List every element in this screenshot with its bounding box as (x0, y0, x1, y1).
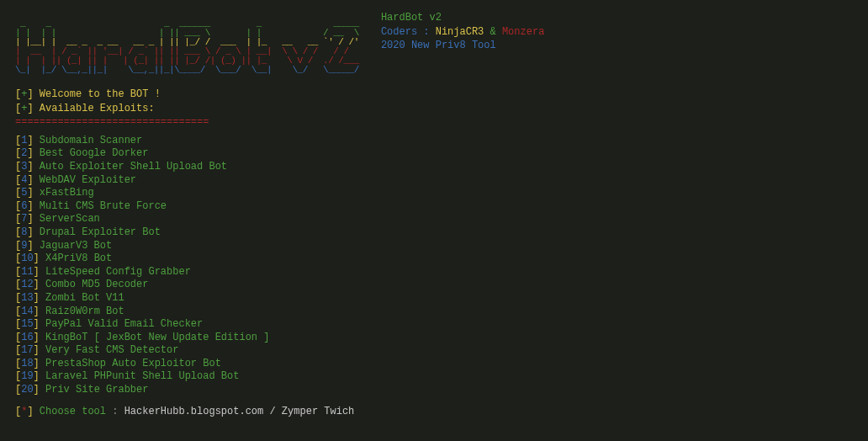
menu-list: [1] Subdomain Scanner[2] Best Google Dor… (15, 135, 853, 397)
menu-number: 19 (21, 370, 33, 382)
menu-item[interactable]: [13] Zombi Bot V11 (15, 292, 853, 306)
menu-label: Drupal Exploiter Bot (40, 226, 161, 238)
menu-number: 14 (21, 306, 33, 317)
menu-item[interactable]: [11] LiteSpeed Config Grabber (15, 266, 853, 279)
menu-item[interactable]: [19] Laravel PHPunit Shell Upload Bot (15, 370, 853, 384)
menu-label: Priv Site Grabber (45, 384, 148, 396)
menu-label: Auto Exploiter Shell Upload Bot (40, 161, 227, 173)
menu-item[interactable]: [12] Combo MD5 Decoder (15, 279, 853, 292)
menu-label: PrestaShop Auto Exploitor Bot (45, 358, 221, 369)
menu-label: Combo MD5 Decoder (45, 279, 148, 290)
tool-title: HardBot v2 (381, 12, 544, 25)
menu-item[interactable]: [5] xFastBing (15, 187, 853, 200)
menu-label: Multi CMS Brute Force (40, 200, 167, 212)
menu-number: 18 (21, 358, 33, 369)
menu-item[interactable]: [10] X4PriV8 Bot (15, 252, 853, 266)
menu-number: 15 (21, 318, 33, 330)
ampersand: & (490, 26, 496, 38)
menu-item[interactable]: [15] PayPal Valid Email Checker (15, 318, 853, 332)
menu-label: PayPal Valid Email Checker (45, 318, 203, 330)
menu-label: WebDAV Exploiter (40, 174, 136, 186)
tagline: 2020 New Priv8 Tool (381, 40, 544, 53)
menu-item[interactable]: [7] ServerScan (15, 213, 853, 226)
menu-item[interactable]: [8] Drupal Exploiter Bot (15, 226, 853, 240)
menu-label: Very Fast CMS Detector (45, 344, 178, 356)
menu-label: Best Google Dorker (40, 147, 149, 159)
menu-label: LiteSpeed Config Grabber (45, 266, 191, 278)
menu-item[interactable]: [2] Best Google Dorker (15, 147, 853, 161)
menu-label: Raiz0W0rm Bot (45, 306, 124, 317)
menu-item[interactable]: [4] WebDAV Exploiter (15, 174, 853, 188)
coder-1: NinjaCR3 (436, 26, 484, 38)
coder-2: Monzera (502, 26, 544, 38)
menu-item[interactable]: [9] JaguarV3 Bot (15, 240, 853, 253)
menu-label: JaguarV3 Bot (40, 240, 112, 252)
menu-number: 11 (21, 266, 33, 278)
menu-number: 13 (21, 292, 33, 304)
menu-label: X4PriV8 Bot (45, 252, 112, 264)
menu-item[interactable]: [1] Subdomain Scanner (15, 135, 853, 148)
menu-number: 16 (21, 332, 33, 343)
info-block: HardBot v2 Coders : NinjaCR3 & Monzera 2… (381, 10, 544, 54)
welcome-text: Welcome to the BOT ! (40, 88, 161, 100)
ascii-logo: _ _ _ ______ _ _____ | | | | | || ___ \ … (15, 10, 364, 75)
menu-number: 17 (21, 344, 33, 356)
coders-label: Coders (381, 26, 417, 38)
prompt-line[interactable]: [*] Choose tool : HackerHubb.blogspot.co… (15, 406, 853, 419)
available-line: [+] Available Exploits: (15, 103, 853, 116)
prompt-input-value[interactable]: HackerHubb.blogspot.com / Zymper Twich (124, 406, 355, 417)
menu-label: xFastBing (40, 187, 94, 199)
menu-label: Subdomain Scanner (40, 135, 142, 146)
welcome-line: [+] Welcome to the BOT ! (15, 88, 853, 102)
menu-item[interactable]: [20] Priv Site Grabber (15, 384, 853, 397)
menu-item[interactable]: [6] Multi CMS Brute Force (15, 200, 853, 214)
menu-number: 20 (21, 384, 33, 396)
menu-item[interactable]: [18] PrestaShop Auto Exploitor Bot (15, 358, 853, 371)
menu-item[interactable]: [16] KingBoT [ JexBot New Update Edition… (15, 332, 853, 345)
menu-item[interactable]: [17] Very Fast CMS Detector (15, 344, 853, 358)
menu-label: Zombi Bot V11 (45, 292, 124, 304)
menu-label: KingBoT [ JexBot New Update Edition ] (45, 332, 269, 343)
menu-number: 10 (21, 252, 33, 264)
menu-label: ServerScan (40, 213, 100, 225)
coders-line: Coders : NinjaCR3 & Monzera (381, 26, 544, 40)
menu-item[interactable]: [14] Raiz0W0rm Bot (15, 306, 853, 319)
menu-label: Laravel PHPunit Shell Upload Bot (45, 370, 239, 382)
menu-item[interactable]: [3] Auto Exploiter Shell Upload Bot (15, 161, 853, 174)
banner-row: _ _ _ ______ _ _____ | | | | | || ___ \ … (15, 10, 853, 75)
menu-number: 12 (21, 279, 33, 290)
ascii-line-6: \_| |_/ \__,_||_| \__,_||_|\____/ \___/ … (15, 65, 359, 75)
divider-line: ================================ (15, 116, 853, 130)
available-text: Available Exploits: (40, 103, 155, 114)
prompt-label: Choose tool (40, 406, 106, 417)
